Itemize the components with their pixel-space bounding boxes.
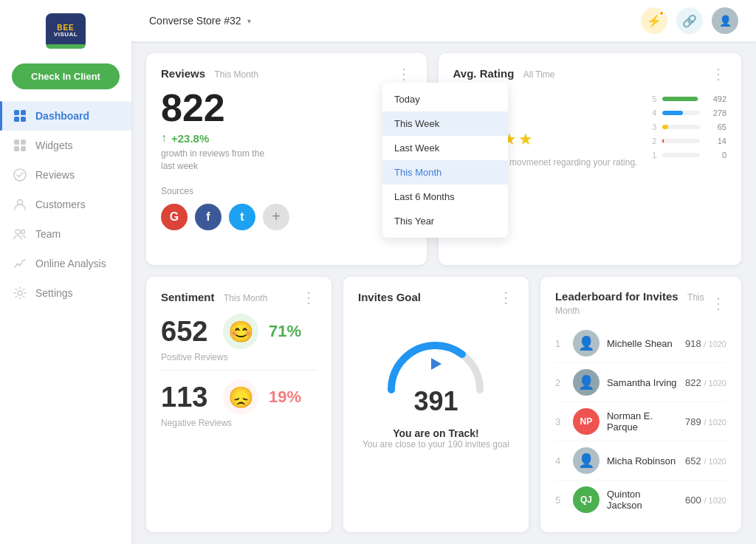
sidebar-item-team[interactable]: Team — [0, 219, 131, 249]
leaderboard-row: 5 QJ Quinton Jackson 600 / 1020 — [555, 481, 726, 519]
lb-avatar-img: 👤 — [578, 374, 594, 390]
reviews-card-menu[interactable]: ⋮ — [396, 66, 412, 81]
store-selector[interactable]: Converse Store #32 ▾ — [149, 15, 251, 27]
sentiment-card-header: Sentiment This Month ⋮ — [161, 290, 317, 305]
rating-card-title: Avg. Rating — [453, 67, 515, 80]
bar-row-3: 3 65 — [649, 123, 726, 131]
reviews-card-title-group: Reviews This Month — [161, 67, 258, 80]
customers-icon — [13, 198, 27, 211]
reviews-count: 822 — [161, 89, 272, 127]
sentiment-title-group: Sentiment This Month — [161, 291, 267, 304]
topbar: Converse Store #32 ▾ ⚡ 🔗 👤 — [131, 0, 756, 41]
sentiment-card-menu[interactable]: ⋮ — [301, 290, 317, 305]
google-source-icon[interactable]: G — [161, 204, 188, 230]
lb-avatar-img: 👤 — [578, 452, 594, 469]
bar-track-2 — [662, 139, 700, 143]
positive-label: Positive Reviews — [161, 352, 317, 362]
svg-rect-2 — [14, 117, 19, 122]
invites-count: 391 — [413, 386, 458, 417]
svg-rect-7 — [21, 146, 26, 151]
svg-rect-6 — [14, 146, 19, 151]
lb-score: 652 / 1020 — [685, 455, 726, 466]
lb-total: / 1020 — [704, 418, 726, 427]
negative-sentiment-row: 113 😞 19% — [161, 379, 317, 415]
widgets-icon — [13, 139, 27, 152]
reviews-main-content: 822 ↑ +23.8% growth in reviews from the … — [161, 89, 412, 173]
negative-emoji: 😞 — [223, 379, 258, 415]
facebook-source-icon[interactable]: f — [195, 204, 221, 230]
invites-card-menu[interactable]: ⋮ — [498, 290, 514, 305]
rating-card-title-group: Avg. Rating All Time — [453, 67, 555, 80]
rating-bars: 5 492 4 278 3 65 — [649, 94, 726, 165]
logo-bar — [46, 44, 86, 49]
lb-name: Michelle Shean — [607, 338, 678, 349]
sidebar-item-settings[interactable]: Settings — [0, 278, 131, 308]
settings-icon — [13, 286, 27, 300]
growth-arrow: ↑ — [161, 131, 167, 145]
leaderboard-card: Leaderboard for Invites This Month ⋮ 1 👤… — [540, 277, 741, 532]
sidebar-item-widgets[interactable]: Widgets — [0, 131, 131, 160]
lb-rank: 5 — [555, 495, 566, 506]
sidebar-item-online-analysis[interactable]: Online Analysis — [0, 249, 131, 278]
sidebar-label-dashboard: Dashboard — [35, 110, 89, 122]
dropdown-this-year[interactable]: This Year — [382, 209, 508, 233]
lb-total: / 1020 — [704, 457, 726, 466]
logo-visual: VISUAL — [54, 32, 78, 38]
lightning-button[interactable]: ⚡ — [641, 7, 667, 34]
gauge-container: 391 — [377, 320, 495, 417]
dropdown-last-6-months[interactable]: Last 6 Months — [382, 185, 508, 209]
leaderboard-card-menu[interactable]: ⋮ — [711, 296, 726, 311]
lb-avatar: QJ — [573, 486, 599, 513]
lb-name: Micha Robinson — [607, 455, 678, 466]
svg-point-10 — [16, 230, 20, 234]
lb-avatar: 👤 — [573, 330, 599, 357]
bar-count-1: 0 — [706, 151, 726, 159]
online-analysis-icon — [13, 257, 27, 270]
lb-avatar: NP — [573, 408, 599, 435]
bar-star-3: 3 — [649, 123, 656, 131]
user-avatar[interactable]: 👤 — [712, 7, 738, 34]
leaderboard-card-header: Leaderboard for Invites This Month ⋮ — [555, 290, 726, 317]
bar-star-1: 1 — [649, 151, 656, 159]
rating-card-subtitle: All Time — [523, 69, 555, 80]
dropdown-this-month[interactable]: This Month — [382, 160, 508, 185]
rating-card-menu[interactable]: ⋮ — [711, 66, 726, 81]
dropdown-today[interactable]: Today — [382, 87, 508, 111]
lb-rank: 4 — [555, 455, 566, 466]
sidebar-item-dashboard[interactable]: Dashboard — [0, 101, 131, 131]
main-content: Converse Store #32 ▾ ⚡ 🔗 👤 Reviews — [131, 0, 756, 544]
leaderboard-row: 2 👤 Samantha Irving 822 / 1020 — [555, 363, 726, 402]
dropdown-last-week[interactable]: Last Week — [382, 136, 508, 160]
sidebar-item-customers[interactable]: Customers — [0, 190, 131, 219]
lb-total: / 1020 — [704, 379, 726, 388]
leaderboard-list: 1 👤 Michelle Shean 918 / 1020 2 👤 Samant… — [555, 324, 726, 519]
dashboard-icon — [13, 109, 27, 123]
growth-value: +23.8% — [171, 132, 209, 145]
sidebar-label-online-analysis: Online Analysis — [35, 258, 106, 269]
sentiment-divider — [161, 370, 317, 371]
bar-fill-2 — [662, 139, 664, 143]
bar-star-4: 4 — [649, 109, 656, 117]
lb-rank: 2 — [555, 377, 566, 388]
notification-dot — [659, 10, 664, 16]
bar-star-5: 5 — [649, 94, 656, 103]
sources-section: Sources G f t + — [161, 186, 412, 230]
add-source-icon[interactable]: + — [263, 204, 289, 230]
avatar-initials: 👤 — [719, 15, 732, 27]
chevron-down-icon: ▾ — [247, 17, 251, 25]
sentiment-card-subtitle: This Month — [224, 293, 267, 303]
lb-name: Quinton Jackson — [607, 489, 678, 511]
svg-rect-3 — [21, 117, 26, 122]
bar-fill-5 — [662, 97, 698, 101]
lb-avatar: 👤 — [573, 447, 599, 474]
link-button[interactable]: 🔗 — [676, 7, 703, 34]
sidebar: BEE VISUAL Check In Client Dashboard Wid… — [0, 0, 131, 544]
sidebar-item-reviews[interactable]: Reviews — [0, 160, 131, 190]
time-period-dropdown: Today This Week Last Week This Month Las… — [382, 83, 508, 238]
negative-pct: 19% — [269, 388, 301, 407]
invites-goal-card: Invites Goal ⋮ 391 You are on Trac — [343, 277, 529, 532]
twitter-source-icon[interactable]: t — [229, 204, 255, 230]
check-in-button[interactable]: Check In Client — [12, 63, 120, 89]
content-area: Reviews This Month ⋮ 822 ↑ +23.8% growth… — [131, 41, 756, 544]
dropdown-this-week[interactable]: This Week — [382, 111, 508, 136]
